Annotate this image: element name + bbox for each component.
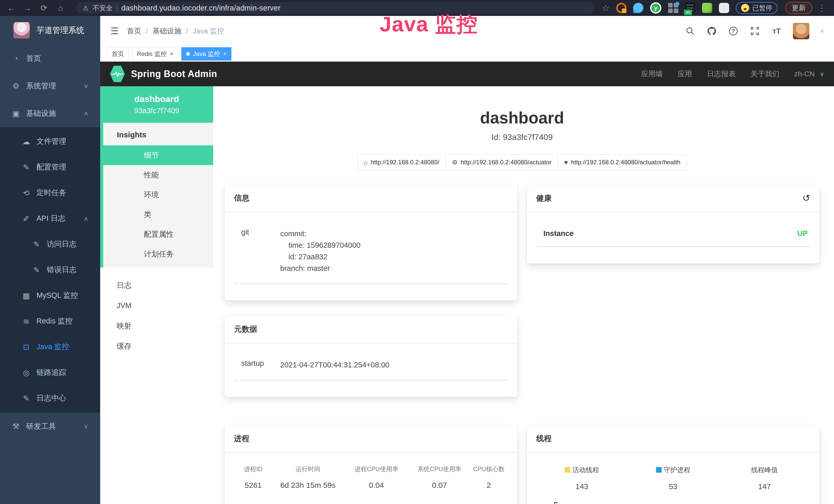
font-size-icon[interactable]: тT xyxy=(771,26,782,36)
legend-live-threads: 活动线程 143 xyxy=(536,465,628,491)
sba-section-label: Insights xyxy=(103,123,213,145)
emoji-icon xyxy=(741,4,749,12)
tab-redis-monitor[interactable]: Redis 监控 × xyxy=(132,47,178,61)
hamburger-icon[interactable]: ☰ xyxy=(110,26,119,37)
sidebar-item-home[interactable]: ◔ 首页 xyxy=(0,45,100,72)
sba-item-caches[interactable]: 缓存 xyxy=(100,336,213,357)
sidebar-item-dev-tools[interactable]: ⚒ 研发工具 ∨ xyxy=(0,413,100,440)
endpoint-buttons: ⌂ http://192.168.0.2:48080/ ⚙ http://192… xyxy=(225,154,819,170)
sba-nav-journal[interactable]: 日志报表 xyxy=(707,69,736,79)
close-icon[interactable]: × xyxy=(170,50,173,58)
sidebar-item-log-center[interactable]: ✎ 日志中心 xyxy=(0,385,100,411)
health-card: 健康 ↺ Instance UP xyxy=(527,185,820,264)
sidebar-item-infra[interactable]: ▣ 基础设施 ∧ xyxy=(0,100,100,127)
database-icon: ▦ xyxy=(22,291,31,300)
sba-item-config-props[interactable]: 配置属性 xyxy=(103,224,213,244)
chevron-down-icon: ∨ xyxy=(820,71,824,77)
sba-nav-about[interactable]: 关于我们 xyxy=(750,69,779,79)
browser-menu-icon[interactable]: ⋮ xyxy=(817,3,826,13)
address-bar[interactable]: ⚠ 不安全 dashboard.yudao.iocoder.cn/infra/a… xyxy=(76,2,595,14)
heartbeat-icon: ♥ xyxy=(564,159,568,166)
health-row-instance[interactable]: Instance UP xyxy=(536,222,810,247)
sidebar-item-mysql-monitor[interactable]: ▦ MySQL 监控 xyxy=(0,283,100,308)
reload-icon[interactable]: ⟳ xyxy=(39,3,49,13)
extension-icon[interactable] xyxy=(685,3,695,13)
sidebar-item-access-log[interactable]: ✎ 访问日志 xyxy=(0,231,100,257)
sidebar-item-java-monitor[interactable]: ⊡ Java 监控 xyxy=(0,334,100,360)
breadcrumb-home[interactable]: 首页 xyxy=(127,26,141,36)
extensions-puzzle-icon[interactable] xyxy=(719,3,729,13)
sidebar-submenu-infra: ☁ 文件管理 ✎ 配置管理 ⟲ 定时任务 ✐ API 日志 ∧ ✎ xyxy=(0,127,100,413)
tab-home[interactable]: 首页 xyxy=(107,47,129,61)
sba-item-scheduled-tasks[interactable]: 计划任务 xyxy=(103,244,213,264)
fullscreen-icon[interactable] xyxy=(750,26,760,36)
sidebar-item-error-log[interactable]: ✎ 错误日志 xyxy=(0,257,100,283)
extension-icon[interactable] xyxy=(633,3,643,13)
sidebar-item-config-manage[interactable]: ✎ 配置管理 xyxy=(0,154,100,180)
sba-item-classes[interactable]: 类 xyxy=(103,205,213,224)
app-logo-row[interactable]: 芋道管理系统 xyxy=(0,16,100,45)
infra-icon: ▣ xyxy=(11,109,21,118)
sba-item-jvm[interactable]: JVM xyxy=(100,296,213,316)
tags-view: 首页 Redis 监控 × Java 监控 × xyxy=(100,46,834,62)
extension-icon[interactable] xyxy=(702,3,712,13)
sba-item-mappings[interactable]: 映射 xyxy=(100,316,213,336)
chevron-down-icon[interactable]: ▾ xyxy=(821,27,824,35)
breadcrumb-infra[interactable]: 基础设施 xyxy=(153,26,181,36)
sba-navbar: Spring Boot Admin 应用墙 应用 日志报表 关于我们 zh-CN… xyxy=(100,62,834,86)
forward-icon[interactable]: → xyxy=(22,3,33,13)
screen: ← → ⟳ ⌂ ⚠ 不安全 dashboard.yudao.iocoder.cn… xyxy=(0,0,834,504)
sba-content: dashboard Id: 93a3fc7f7409 ⌂ http://192.… xyxy=(213,86,834,504)
sidebar-item-api-log[interactable]: ✐ API 日志 ∧ xyxy=(0,206,100,231)
sba-item-details[interactable]: 细节 xyxy=(100,145,213,165)
threads-card: 线程 活动线程 143 守护进程 xyxy=(527,425,820,504)
extension-icon[interactable] xyxy=(616,3,627,13)
sba-brand-title[interactable]: Spring Boot Admin xyxy=(131,69,217,79)
card-title: 信息 xyxy=(234,193,249,203)
page-annotation: Java 监控 xyxy=(380,10,478,39)
close-icon[interactable]: × xyxy=(223,50,226,58)
history-icon[interactable]: ↺ xyxy=(803,193,810,204)
sidebar-item-trace[interactable]: ◎ 链路追踪 xyxy=(0,360,100,385)
sidebar-item-file-manage[interactable]: ☁ 文件管理 xyxy=(0,129,100,154)
bookmark-star-icon[interactable]: ☆ xyxy=(602,3,610,13)
sba-nav-wallboard[interactable]: 应用墙 xyxy=(641,69,663,79)
sidebar-item-system[interactable]: ⚙ 系统管理 ∨ xyxy=(0,72,100,100)
search-icon[interactable] xyxy=(685,26,695,36)
back-icon[interactable]: ← xyxy=(6,3,17,13)
extension-icon[interactable]: y xyxy=(650,2,661,14)
redis-icon: ≋ xyxy=(22,317,31,326)
sba-item-logging[interactable]: 日志 xyxy=(100,275,213,296)
help-icon[interactable]: ? xyxy=(728,26,739,36)
legend-swatch-blue xyxy=(656,467,662,473)
github-icon[interactable] xyxy=(707,26,717,36)
breadcrumb-separator: / xyxy=(146,27,148,35)
sidebar-item-scheduled-task[interactable]: ⟲ 定时任务 xyxy=(0,180,100,206)
health-url-button[interactable]: ♥ http://192.168.0.2:48080/actuator/heal… xyxy=(557,154,687,170)
avatar[interactable] xyxy=(793,23,809,39)
sidebar-item-redis-monitor[interactable]: ≋ Redis 监控 xyxy=(0,308,100,334)
extension-icon[interactable] xyxy=(668,3,678,13)
sba-item-metrics[interactable]: 性能 xyxy=(103,165,213,185)
history-icon: ⟲ xyxy=(22,188,31,198)
chart-y-axis: 140 120 100 xyxy=(536,502,554,504)
sba-nav-applications[interactable]: 应用 xyxy=(678,69,692,79)
tab-java-monitor[interactable]: Java 监控 × xyxy=(181,47,232,61)
breadcrumb-separator: / xyxy=(186,27,188,35)
service-url-button[interactable]: ⌂ http://192.168.0.2:48080/ xyxy=(357,154,446,170)
sba-language-select[interactable]: zh-CN ∨ xyxy=(794,70,824,78)
app-title: 芋道管理系统 xyxy=(37,25,84,36)
gear-icon: ⚙ xyxy=(11,82,21,90)
chart-plot-area xyxy=(554,502,810,504)
sba-instance-header[interactable]: dashboard 93a3fc7f7409 xyxy=(100,86,213,123)
process-card: 进程 进程ID 运行时间 进程CPU使用率 xyxy=(225,425,517,504)
log-icon: ✐ xyxy=(22,214,31,223)
actuator-url-button[interactable]: ⚙ http://192.168.0.2:48080/actuator xyxy=(445,154,558,170)
card-title: 进程 xyxy=(234,433,249,444)
toolbox-icon: ⚒ xyxy=(11,422,21,431)
home-icon[interactable]: ⌂ xyxy=(55,3,66,13)
paused-badge[interactable]: 已暂停 xyxy=(736,2,777,14)
update-button[interactable]: 更新 xyxy=(785,2,812,14)
sba-item-environment[interactable]: 环境 xyxy=(103,185,213,205)
metadata-card: 元数据 startup 2021-04-27T00:44:31.254+08:0… xyxy=(225,316,517,397)
